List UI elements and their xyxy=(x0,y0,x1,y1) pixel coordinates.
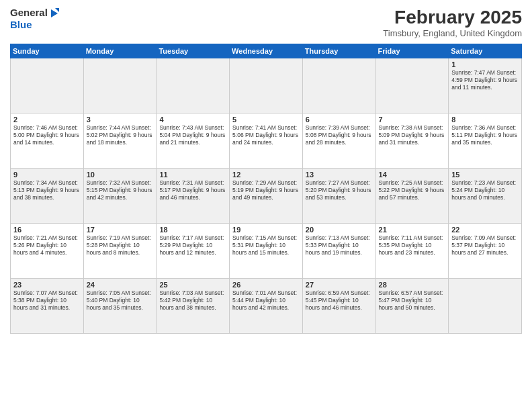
day-number: 10 xyxy=(87,171,154,179)
table-row: 5Sunrise: 7:41 AM Sunset: 5:06 PM Daylig… xyxy=(230,113,303,169)
month-title: February 2025 xyxy=(383,7,522,28)
table-row xyxy=(302,58,375,113)
day-info: Sunrise: 7:03 AM Sunset: 5:42 PM Dayligh… xyxy=(159,289,226,312)
day-info: Sunrise: 7:34 AM Sunset: 5:13 PM Dayligh… xyxy=(13,179,81,201)
day-info: Sunrise: 7:38 AM Sunset: 5:09 PM Dayligh… xyxy=(379,124,446,146)
table-row: 9Sunrise: 7:34 AM Sunset: 5:13 PM Daylig… xyxy=(11,169,84,224)
day-number: 22 xyxy=(451,226,519,234)
table-row xyxy=(11,58,84,113)
day-info: Sunrise: 7:47 AM Sunset: 4:59 PM Dayligh… xyxy=(451,69,519,91)
col-saturday: Saturday xyxy=(449,44,522,58)
day-number: 21 xyxy=(379,226,446,234)
page-container: General Blue February 2025 Timsbury, Eng… xyxy=(0,0,532,337)
day-number: 28 xyxy=(379,281,446,289)
col-tuesday: Tuesday xyxy=(157,44,230,58)
day-info: Sunrise: 7:07 AM Sunset: 5:38 PM Dayligh… xyxy=(13,289,81,312)
table-row: 2Sunrise: 7:46 AM Sunset: 5:00 PM Daylig… xyxy=(11,113,84,169)
title-block: February 2025 Timsbury, England, United … xyxy=(383,7,522,38)
svg-marker-0 xyxy=(51,9,58,17)
day-number: 14 xyxy=(379,171,446,179)
day-info: Sunrise: 7:32 AM Sunset: 5:15 PM Dayligh… xyxy=(87,179,154,201)
table-row: 23Sunrise: 7:07 AM Sunset: 5:38 PM Dayli… xyxy=(11,279,84,334)
day-info: Sunrise: 7:44 AM Sunset: 5:02 PM Dayligh… xyxy=(87,124,154,146)
calendar-week-row: 1Sunrise: 7:47 AM Sunset: 4:59 PM Daylig… xyxy=(11,58,522,113)
table-row: 15Sunrise: 7:23 AM Sunset: 5:24 PM Dayli… xyxy=(449,169,522,224)
day-number: 25 xyxy=(159,281,226,289)
day-number: 11 xyxy=(159,171,226,179)
logo-general: General xyxy=(10,7,48,18)
table-row: 1Sunrise: 7:47 AM Sunset: 4:59 PM Daylig… xyxy=(449,58,522,113)
table-row: 20Sunrise: 7:13 AM Sunset: 5:33 PM Dayli… xyxy=(302,224,375,279)
day-info: Sunrise: 7:01 AM Sunset: 5:44 PM Dayligh… xyxy=(232,289,300,312)
table-row: 19Sunrise: 7:15 AM Sunset: 5:31 PM Dayli… xyxy=(230,224,303,279)
day-info: Sunrise: 7:17 AM Sunset: 5:29 PM Dayligh… xyxy=(159,234,226,257)
table-row: 22Sunrise: 7:09 AM Sunset: 5:37 PM Dayli… xyxy=(449,224,522,279)
day-info: Sunrise: 7:25 AM Sunset: 5:22 PM Dayligh… xyxy=(379,179,446,201)
table-row: 8Sunrise: 7:36 AM Sunset: 5:11 PM Daylig… xyxy=(449,113,522,169)
col-thursday: Thursday xyxy=(302,44,375,58)
day-info: Sunrise: 7:43 AM Sunset: 5:04 PM Dayligh… xyxy=(159,124,226,146)
calendar-week-row: 2Sunrise: 7:46 AM Sunset: 5:00 PM Daylig… xyxy=(11,113,522,169)
day-number: 1 xyxy=(451,60,519,68)
day-info: Sunrise: 6:57 AM Sunset: 5:47 PM Dayligh… xyxy=(379,289,446,312)
day-number: 27 xyxy=(306,281,373,289)
logo: General Blue xyxy=(10,7,59,30)
header: General Blue February 2025 Timsbury, Eng… xyxy=(10,7,522,38)
table-row: 16Sunrise: 7:21 AM Sunset: 5:26 PM Dayli… xyxy=(11,224,84,279)
day-number: 24 xyxy=(87,281,154,289)
calendar-week-row: 23Sunrise: 7:07 AM Sunset: 5:38 PM Dayli… xyxy=(11,279,522,334)
table-row xyxy=(83,58,157,113)
logo-wordmark: General Blue xyxy=(10,7,59,30)
day-info: Sunrise: 7:46 AM Sunset: 5:00 PM Dayligh… xyxy=(13,124,81,146)
day-info: Sunrise: 7:05 AM Sunset: 5:40 PM Dayligh… xyxy=(87,289,154,312)
day-info: Sunrise: 7:09 AM Sunset: 5:37 PM Dayligh… xyxy=(451,234,519,257)
calendar-table: Sunday Monday Tuesday Wednesday Thursday… xyxy=(10,44,522,334)
day-info: Sunrise: 7:13 AM Sunset: 5:33 PM Dayligh… xyxy=(306,234,373,257)
col-wednesday: Wednesday xyxy=(230,44,303,58)
day-number: 7 xyxy=(379,116,446,124)
svg-marker-1 xyxy=(55,8,59,12)
table-row: 14Sunrise: 7:25 AM Sunset: 5:22 PM Dayli… xyxy=(375,169,449,224)
table-row: 10Sunrise: 7:32 AM Sunset: 5:15 PM Dayli… xyxy=(83,169,157,224)
day-info: Sunrise: 7:29 AM Sunset: 5:19 PM Dayligh… xyxy=(232,179,300,201)
table-row: 17Sunrise: 7:19 AM Sunset: 5:28 PM Dayli… xyxy=(83,224,157,279)
day-info: Sunrise: 7:27 AM Sunset: 5:20 PM Dayligh… xyxy=(306,179,373,201)
table-row: 4Sunrise: 7:43 AM Sunset: 5:04 PM Daylig… xyxy=(157,113,230,169)
table-row: 13Sunrise: 7:27 AM Sunset: 5:20 PM Dayli… xyxy=(302,169,375,224)
day-number: 12 xyxy=(232,171,300,179)
table-row: 26Sunrise: 7:01 AM Sunset: 5:44 PM Dayli… xyxy=(230,279,303,334)
table-row: 7Sunrise: 7:38 AM Sunset: 5:09 PM Daylig… xyxy=(375,113,449,169)
table-row xyxy=(375,58,449,113)
table-row xyxy=(449,279,522,334)
table-row: 24Sunrise: 7:05 AM Sunset: 5:40 PM Dayli… xyxy=(83,279,157,334)
day-info: Sunrise: 7:41 AM Sunset: 5:06 PM Dayligh… xyxy=(232,124,300,146)
table-row: 3Sunrise: 7:44 AM Sunset: 5:02 PM Daylig… xyxy=(83,113,157,169)
day-number: 19 xyxy=(232,226,300,234)
day-number: 18 xyxy=(159,226,226,234)
day-number: 20 xyxy=(306,226,373,234)
table-row: 28Sunrise: 6:57 AM Sunset: 5:47 PM Dayli… xyxy=(375,279,449,334)
day-info: Sunrise: 7:23 AM Sunset: 5:24 PM Dayligh… xyxy=(451,179,519,201)
day-number: 2 xyxy=(13,116,81,124)
table-row: 18Sunrise: 7:17 AM Sunset: 5:29 PM Dayli… xyxy=(157,224,230,279)
day-number: 26 xyxy=(232,281,300,289)
col-monday: Monday xyxy=(83,44,157,58)
day-info: Sunrise: 7:15 AM Sunset: 5:31 PM Dayligh… xyxy=(232,234,300,257)
day-info: Sunrise: 7:31 AM Sunset: 5:17 PM Dayligh… xyxy=(159,179,226,201)
day-number: 13 xyxy=(306,171,373,179)
day-info: Sunrise: 6:59 AM Sunset: 5:45 PM Dayligh… xyxy=(306,289,373,312)
day-number: 16 xyxy=(13,226,81,234)
table-row: 25Sunrise: 7:03 AM Sunset: 5:42 PM Dayli… xyxy=(157,279,230,334)
day-number: 3 xyxy=(87,116,154,124)
table-row: 27Sunrise: 6:59 AM Sunset: 5:45 PM Dayli… xyxy=(302,279,375,334)
day-number: 17 xyxy=(87,226,154,234)
day-number: 23 xyxy=(13,281,81,289)
table-row: 6Sunrise: 7:39 AM Sunset: 5:08 PM Daylig… xyxy=(302,113,375,169)
table-row xyxy=(230,58,303,113)
day-number: 15 xyxy=(451,171,519,179)
logo-arrow-icon xyxy=(48,8,59,19)
table-row xyxy=(157,58,230,113)
col-sunday: Sunday xyxy=(11,44,84,58)
logo-blue: Blue xyxy=(10,19,32,30)
calendar-week-row: 16Sunrise: 7:21 AM Sunset: 5:26 PM Dayli… xyxy=(11,224,522,279)
